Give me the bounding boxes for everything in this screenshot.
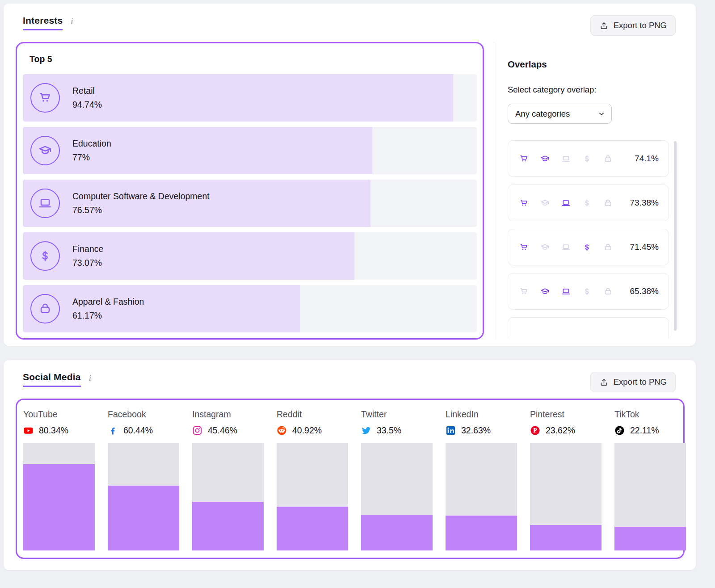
chevron-down-icon — [597, 110, 606, 118]
interest-row-finance: Finance 73.07% — [23, 232, 477, 280]
bar-track — [614, 443, 686, 550]
dollar-icon — [582, 198, 592, 208]
platform-name: LinkedIn — [446, 409, 517, 420]
dropdown-value: Any categories — [515, 109, 570, 119]
export-png-button[interactable]: Export to PNG — [590, 15, 676, 36]
category-dropdown[interactable]: Any categories — [508, 104, 612, 124]
laptop-icon — [30, 189, 60, 218]
platform-value: 32.63% — [461, 425, 491, 436]
instagram-icon — [192, 425, 202, 436]
platform-value: 80.34% — [39, 425, 68, 436]
bar-fill — [446, 516, 517, 550]
platform-value: 40.92% — [292, 425, 322, 436]
platform-name: Pinterest — [530, 409, 601, 420]
export-png-button[interactable]: Export to PNG — [590, 372, 676, 392]
interest-label: Retail — [72, 86, 102, 96]
social-platform-youtube: YouTube 80.34% — [23, 409, 95, 550]
shopping-cart-icon — [519, 198, 529, 208]
laptop-icon — [561, 198, 571, 208]
interest-row-apparel: Apparel & Fashion 61.17% — [23, 285, 477, 332]
facebook-icon — [108, 425, 118, 436]
social-platform-tiktok: TikTok 22.11% — [614, 409, 686, 550]
export-button-label: Export to PNG — [614, 377, 667, 387]
bar-fill — [277, 507, 348, 550]
info-icon[interactable]: i — [69, 17, 74, 26]
bar-track — [108, 443, 179, 550]
youtube-icon — [23, 425, 34, 436]
bar-track — [446, 443, 517, 550]
social-media-title: Social Media — [23, 372, 81, 387]
social-media-card: Social Media i Export to PNG YouTube 80.… — [4, 360, 696, 570]
top5-title: Top 5 — [29, 54, 477, 64]
pinterest-icon — [530, 425, 540, 436]
platform-name: Facebook — [108, 409, 179, 420]
graduation-cap-icon — [540, 154, 550, 164]
shopping-cart-icon — [519, 286, 529, 297]
handbag-icon — [603, 154, 613, 164]
overlap-row: 65.38% — [508, 273, 669, 310]
interest-value: 77% — [72, 152, 111, 163]
platform-value: 45.46% — [208, 425, 237, 436]
bar-track — [361, 443, 433, 550]
bar-fill — [192, 502, 264, 550]
overlap-row: 74.1% — [508, 140, 669, 177]
linkedin-icon — [446, 425, 456, 436]
interest-value: 76.57% — [72, 205, 210, 215]
platform-name: Twitter — [361, 409, 433, 420]
handbag-icon — [603, 286, 613, 297]
bar-track — [277, 443, 348, 550]
overlap-row: 71.45% — [508, 229, 669, 265]
graduation-cap-icon — [540, 286, 550, 297]
upload-icon — [599, 378, 609, 387]
interest-value: 61.17% — [72, 311, 144, 321]
overlap-value: 74.1% — [635, 154, 659, 164]
tiktok-icon — [614, 425, 625, 436]
overlaps-title: Overlaps — [508, 59, 669, 70]
platform-name: TikTok — [614, 409, 686, 420]
interest-label: Computer Software & Development — [72, 191, 210, 202]
social-platform-twitter: Twitter 33.5% — [361, 409, 433, 550]
interest-row-education: Education 77% — [23, 127, 477, 174]
platform-name: Instagram — [192, 409, 264, 420]
bar-track — [530, 443, 601, 550]
top5-rows: Retail 94.74% Education 77% — [23, 74, 477, 332]
graduation-cap-icon — [30, 136, 60, 165]
overlap-rows: 74.1% 73.38% — [508, 140, 669, 339]
social-platform-facebook: Facebook 60.44% — [108, 409, 179, 550]
interest-value: 73.07% — [72, 258, 103, 268]
handbag-icon — [603, 198, 613, 208]
overlap-value: 73.38% — [630, 198, 659, 208]
top5-panel: Top 5 Retail 94.74% — [16, 42, 484, 340]
interests-card: Interests i Export to PNG Top 5 — [4, 4, 696, 346]
overlaps-scrollbar[interactable] — [674, 141, 677, 331]
info-icon[interactable]: i — [88, 373, 93, 383]
bar-track — [23, 443, 95, 550]
bar-fill — [23, 464, 95, 550]
bar-fill — [361, 515, 433, 550]
platform-value: 60.44% — [123, 425, 153, 436]
export-button-label: Export to PNG — [614, 21, 667, 30]
shopping-cart-icon — [519, 154, 529, 164]
social-panel: YouTube 80.34% Facebook 60.44% — [16, 399, 685, 559]
platform-name: Reddit — [277, 409, 348, 420]
graduation-cap-icon — [540, 198, 550, 208]
overlap-value: 71.45% — [630, 242, 659, 252]
platform-value: 23.62% — [546, 425, 575, 436]
interests-body: Top 5 Retail 94.74% — [4, 40, 696, 346]
interest-label: Apparel & Fashion — [72, 297, 144, 307]
bar-fill — [108, 486, 179, 550]
interest-row-software: Computer Software & Development 76.57% — [23, 180, 477, 227]
dollar-icon — [30, 241, 60, 271]
social-header: Social Media i Export to PNG — [4, 360, 696, 397]
shopping-cart-icon — [519, 242, 529, 252]
social-columns: YouTube 80.34% Facebook 60.44% — [23, 409, 677, 550]
overlap-value: 65.38% — [630, 286, 659, 296]
overlaps-panel: Overlaps Select category overlap: Any ca… — [494, 42, 696, 340]
overlap-select-label: Select category overlap: — [508, 85, 669, 95]
dollar-icon — [582, 286, 592, 297]
handbag-icon — [30, 294, 60, 323]
interest-value: 94.74% — [72, 100, 102, 110]
interest-label: Education — [72, 139, 111, 149]
interest-row-retail: Retail 94.74% — [23, 74, 477, 122]
social-platform-reddit: Reddit 40.92% — [277, 409, 348, 550]
